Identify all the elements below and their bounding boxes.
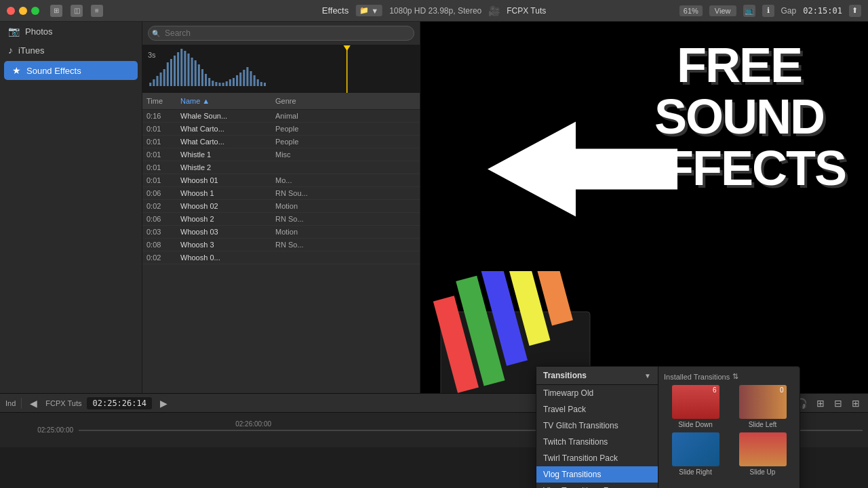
effects-dropdown[interactable]: 📁 ▼ <box>355 5 382 16</box>
table-row[interactable]: 0:01 What Carto... People <box>142 136 420 148</box>
waveform-svg <box>142 45 420 93</box>
search-wrap <box>148 26 414 41</box>
svg-rect-5 <box>163 69 165 86</box>
svg-rect-29 <box>246 67 248 86</box>
col-name[interactable]: Name ▲ <box>176 96 271 106</box>
table-header: Time Name ▲ Genre <box>142 93 420 110</box>
search-input[interactable] <box>148 26 414 41</box>
svg-rect-20 <box>215 82 217 86</box>
thumb-label-slide-up: Slide Up <box>750 468 776 476</box>
transition-thumb-slide-down[interactable]: 6 Slide Down <box>664 385 727 428</box>
transition-thumb-slide-right[interactable]: Slide Right <box>664 432 727 476</box>
titlebar-center: Effects 📁 ▼ 1080p HD 23.98p, Stereo 🎥 FC… <box>322 5 547 16</box>
svg-rect-11 <box>184 51 186 86</box>
table-row[interactable]: 0:08 Whoosh 3 RN So... <box>142 239 420 251</box>
table-row[interactable]: 0:03 Whoosh 03 Motion <box>142 226 420 239</box>
sound-effects-table: 0:16 Whale Soun... Animal 0:01 What Cart… <box>142 110 420 393</box>
row-time: 0:06 <box>142 189 176 197</box>
track-name: FCPX Tuts <box>45 399 81 407</box>
transition-thumb-slide-left[interactable]: 0 Slide Left <box>731 385 794 428</box>
close-button[interactable] <box>7 7 15 15</box>
table-row[interactable]: 0:01 Whoosh 01 Mo... <box>142 174 420 187</box>
row-name: What Carto... <box>176 138 271 146</box>
transitions-list: Transitions ▼ Timewarp OldTravel PackTV … <box>536 367 658 488</box>
share-icon[interactable]: ⬆ <box>849 5 861 17</box>
table-row[interactable]: 0:06 Whoosh 2 RN So... <box>142 213 420 226</box>
transitions-sort-icon: ▼ <box>644 372 651 380</box>
zoom-in-btn[interactable]: ⊞ <box>814 396 827 410</box>
transition-item[interactable]: Vlog Transitions Free <box>536 483 658 488</box>
svg-rect-24 <box>229 79 231 86</box>
transition-item[interactable]: TV Glitch Transitions <box>536 418 658 434</box>
transition-item[interactable]: Twirl Transition Pack <box>536 450 658 466</box>
layout-btn[interactable]: ⊞ <box>849 396 863 410</box>
thumb-label-slide-down: Slide Down <box>678 421 713 428</box>
row-genre: People <box>271 138 420 146</box>
transition-item[interactable]: Travel Pack <box>536 401 658 418</box>
installed-label: Installed Transitions <box>664 373 730 381</box>
row-time: 0:01 <box>142 163 176 171</box>
col-genre[interactable]: Genre <box>271 96 420 106</box>
svg-rect-28 <box>243 70 245 86</box>
minimize-button[interactable] <box>19 7 27 15</box>
transition-item[interactable]: Vlog Transitions <box>536 466 658 483</box>
row-name: Whistle 1 <box>176 150 271 159</box>
row-name: Whale Soun... <box>176 112 271 120</box>
music-icon: ♪ <box>8 45 13 56</box>
svg-rect-23 <box>226 81 228 86</box>
sep1 <box>21 398 22 409</box>
row-genre: Misc <box>271 150 420 159</box>
preview-content: FREE SOUND EFFECTS <box>420 22 868 393</box>
row-genre: Animal <box>271 112 420 120</box>
installed-sort-icon: ⇅ <box>732 372 738 381</box>
table-row[interactable]: 0:16 Whale Soun... Animal <box>142 110 420 123</box>
maximize-button[interactable] <box>31 7 39 15</box>
table-row[interactable]: 0:01 Whistle 1 Misc <box>142 148 420 161</box>
table-row[interactable]: 0:06 Whoosh 1 RN Sou... <box>142 187 420 200</box>
view-button[interactable]: View <box>709 5 736 16</box>
prev-button[interactable]: ◀ <box>27 396 40 410</box>
inspector-icon[interactable]: ≡ <box>91 5 103 17</box>
info-icon[interactable]: ℹ <box>762 5 774 17</box>
row-name: Whoosh 2 <box>176 215 271 223</box>
ruler-marker-2: 02:26:00:00 <box>235 420 271 428</box>
sidebar-item-photos[interactable]: 📷 Photos <box>0 22 142 41</box>
row-name: Whoosh 01 <box>176 176 271 184</box>
col-time[interactable]: Time <box>142 96 176 106</box>
row-genre: RN So... <box>271 241 420 249</box>
zoom-button[interactable]: 61% <box>679 5 703 16</box>
transition-item[interactable]: Twitch Transitions <box>536 434 658 450</box>
transition-item[interactable]: Timewarp Old <box>536 385 658 401</box>
row-name: Whoosh 3 <box>176 241 271 249</box>
svg-rect-9 <box>177 52 179 86</box>
star-icon: ★ <box>12 65 21 76</box>
row-name: Whoosh 0... <box>176 253 271 262</box>
svg-rect-17 <box>205 74 207 86</box>
sidebar-item-sound-effects[interactable]: ★ Sound Effects <box>4 61 138 80</box>
search-bar <box>142 22 420 45</box>
table-row[interactable]: 0:01 What Carto... People <box>142 123 420 136</box>
folder-icon: 📁 <box>359 6 369 15</box>
row-time: 0:02 <box>142 202 176 210</box>
next-button[interactable]: ▶ <box>157 396 170 410</box>
browser-icon[interactable]: ◫ <box>71 5 83 17</box>
transition-thumb-slide-up[interactable]: Slide Up <box>731 432 794 476</box>
installed-header: Installed Transitions ⇅ <box>664 372 794 381</box>
row-genre: People <box>271 125 420 133</box>
svg-rect-27 <box>239 73 241 86</box>
transitions-header: Transitions ▼ <box>536 367 658 385</box>
table-row[interactable]: 0:02 Whoosh 0... <box>142 251 420 264</box>
table-row[interactable]: 0:02 Whoosh 02 Motion <box>142 200 420 213</box>
svg-rect-21 <box>218 83 220 86</box>
grid-icon[interactable]: ⊞ <box>50 5 62 17</box>
col-name-label: Name <box>180 97 200 105</box>
row-name: Whoosh 02 <box>176 202 271 210</box>
svg-rect-8 <box>174 56 176 86</box>
text-line1: FREE <box>633 40 846 92</box>
waveform-preview: 3s <box>142 45 420 93</box>
svg-rect-13 <box>191 58 193 86</box>
zoom-out-btn[interactable]: ⊟ <box>831 396 845 410</box>
monitor-icon[interactable]: 📺 <box>743 5 755 17</box>
sidebar-item-itunes[interactable]: ♪ iTunes <box>0 41 142 60</box>
table-row[interactable]: 0:01 Whistle 2 <box>142 161 420 174</box>
